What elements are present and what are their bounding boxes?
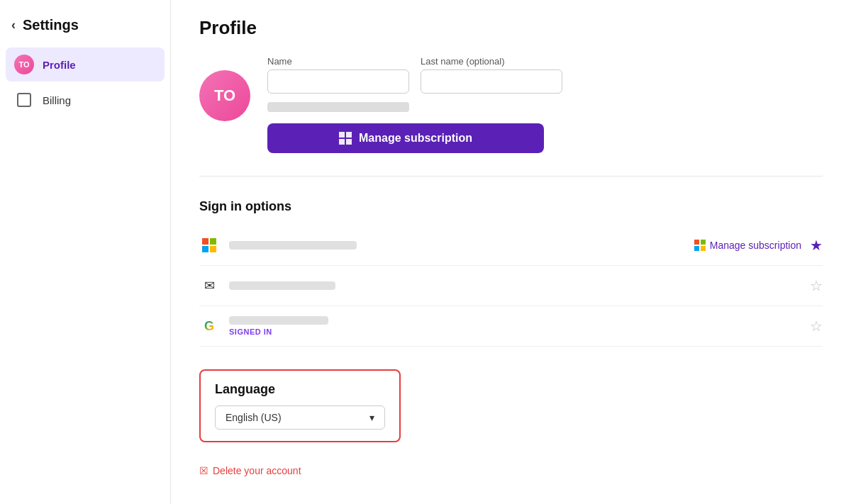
sign-in-item-email: ✉ ☆: [199, 266, 823, 306]
email-redacted: [267, 102, 409, 112]
manage-sub-ms-icon: [694, 240, 706, 251]
google-email-redacted: [229, 316, 328, 325]
envelope-icon: ✉: [204, 278, 215, 293]
sidebar: ‹ Settings TO Profile Billing: [0, 0, 171, 504]
google-actions: ☆: [810, 318, 823, 335]
sign-in-item-google: G SIGNED IN ☆: [199, 306, 823, 347]
language-section: Language English (US) ▾: [199, 369, 401, 442]
chevron-down-icon: ▾: [369, 412, 374, 423]
email-actions: ☆: [810, 277, 823, 294]
profile-avatar-icon: TO: [14, 55, 34, 74]
manage-sub-ms-logo: [339, 132, 352, 145]
page-title: Profile: [199, 17, 823, 39]
profile-avatar-large: TO: [199, 70, 250, 121]
sign-in-google-info: SIGNED IN: [229, 316, 800, 336]
back-icon[interactable]: ‹: [11, 18, 16, 33]
sign-in-microsoft-info: [229, 241, 684, 250]
sidebar-item-profile[interactable]: TO Profile: [6, 47, 165, 82]
sidebar-title: Settings: [23, 17, 79, 33]
avatar-initials: TO: [14, 55, 34, 74]
email-star-icon[interactable]: ☆: [810, 277, 823, 294]
microsoft-email-redacted: [229, 241, 357, 250]
sidebar-item-billing-label: Billing: [43, 94, 71, 106]
manage-subscription-link[interactable]: Manage subscription: [694, 240, 801, 251]
name-field-group: Name: [267, 56, 409, 94]
language-select[interactable]: English (US) ▾: [215, 405, 385, 430]
delete-account-link[interactable]: ☒ Delete your account: [199, 465, 823, 476]
google-star-icon[interactable]: ☆: [810, 318, 823, 335]
delete-account-icon: ☒: [199, 465, 208, 476]
sidebar-nav: TO Profile Billing: [0, 47, 170, 117]
manage-subscription-btn-label: Manage subscription: [359, 132, 472, 145]
name-input[interactable]: [267, 69, 409, 94]
google-icon: G: [199, 316, 219, 336]
sign-in-item-microsoft: Manage subscription ★: [199, 225, 823, 266]
sidebar-back-header[interactable]: ‹ Settings: [0, 11, 170, 47]
signed-in-badge: SIGNED IN: [229, 327, 800, 336]
main-content: Profile TO Name Last name (optional): [171, 0, 851, 504]
profile-section: TO Name Last name (optional): [199, 56, 823, 177]
delete-account-label: Delete your account: [213, 465, 301, 476]
sign-in-options-section: Sign in options: [199, 199, 823, 347]
language-selected-value: English (US): [226, 412, 282, 423]
profile-fields: Name Last name (optional) Manage subscri…: [267, 56, 823, 153]
manage-sub-link-label: Manage subscription: [710, 240, 801, 251]
profile-name-row: Name Last name (optional): [267, 56, 823, 94]
google-g-icon: G: [204, 319, 214, 334]
last-name-input[interactable]: [421, 69, 562, 94]
microsoft-icon: [199, 235, 219, 255]
microsoft-star-icon[interactable]: ★: [810, 237, 823, 254]
last-name-field-group: Last name (optional): [421, 56, 562, 94]
email-icon: ✉: [199, 276, 219, 296]
manage-subscription-button[interactable]: Manage subscription: [267, 123, 544, 153]
last-name-label: Last name (optional): [421, 56, 562, 67]
language-section-title: Language: [215, 382, 385, 397]
sidebar-item-profile-label: Profile: [43, 59, 76, 71]
sidebar-item-billing[interactable]: Billing: [6, 83, 165, 117]
sign-in-email-info: [229, 281, 800, 290]
microsoft-actions: Manage subscription ★: [694, 237, 823, 254]
email-redacted-bar: [229, 281, 335, 290]
billing-icon: [14, 90, 34, 110]
name-label: Name: [267, 56, 409, 67]
sign-in-options-title: Sign in options: [199, 199, 823, 214]
